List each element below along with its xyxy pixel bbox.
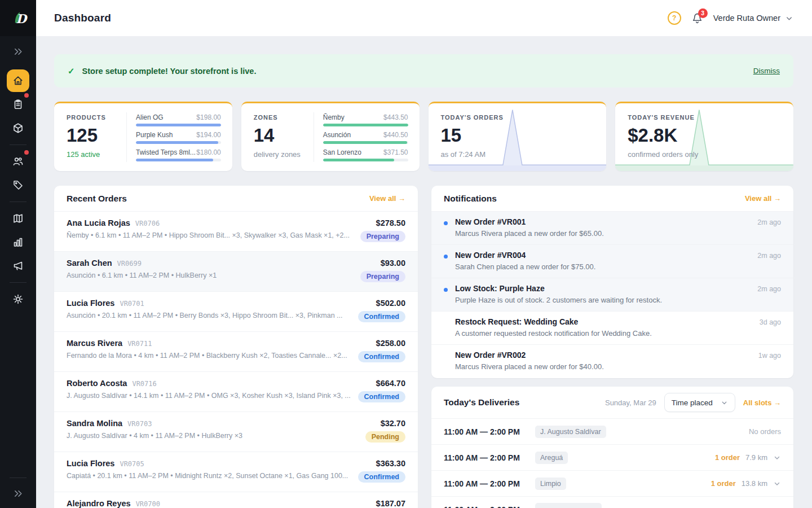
delivery-slot-row[interactable]: 11:00 AM — 2:00 PM [431,496,793,508]
sidebar-item-dashboard[interactable] [7,69,29,92]
unread-dot [444,221,448,225]
stat-label: PRODUCTS [67,114,126,121]
revenue-stat-card[interactable]: TODAY'S REVENUE $2.8K confirmed orders o… [615,102,793,171]
panel-title: Today's Deliveries [444,397,519,408]
notification-item[interactable]: Low Stock: Purple Haze2m agoPurple Haze … [431,278,793,312]
order-meta: Asunción • 6.1 km • 11 AM–2 PM • HulkBer… [67,271,360,279]
unread-dot [444,255,448,259]
notifications-bell[interactable]: 3 [691,12,703,24]
view-all-notifications-link[interactable]: View all → [745,194,781,203]
zone-revenue: $371.50 [383,148,408,156]
zone-name: San Lorenzo [323,148,361,156]
sidebar-item-promotions[interactable] [7,174,29,196]
status-badge: Confirmed [358,471,406,483]
status-badge: Pending [365,431,405,443]
panel-title: Notifications [444,194,497,204]
customer-name: Roberto Acosta [67,379,127,388]
stat-value: 125 [67,124,126,147]
orders-stat-card[interactable]: TODAY'S ORDERS 15 as of 7:24 AM [429,102,607,171]
stats-row: PRODUCTS 125 125 active Alien OG$198.00 [54,102,793,171]
sidebar-item-zones[interactable] [7,207,29,230]
delivery-slot-row[interactable]: 11:00 AM — 2:00 PM Areguá 1 order 7.9 km [431,444,793,470]
order-row[interactable]: Sarah ChenVR0699Asunción • 6.1 km • 11 A… [54,252,418,292]
right-column: Notifications View all → New Order #VR00… [431,186,793,508]
slot-distance: 7.9 km [745,453,767,462]
top-zones-list: Ñemby$443.50 Asunción$440.50 San Lorenzo… [314,103,420,171]
product-name: Twisted Terps 8ml... [136,148,196,156]
sidebar-item-settings[interactable] [7,288,29,310]
sidebar: D [0,0,36,508]
sidebar-expand-icon[interactable] [9,42,27,60]
view-all-orders-link[interactable]: View all → [369,194,405,203]
order-row[interactable]: Ana Lucia RojasVR0706Ñemby • 6.1 km • 11… [54,212,418,252]
order-row[interactable]: Alejandro ReyesVR0700 $187.07 [54,492,418,508]
notification-description: Marcus Rivera placed a new order for $65… [455,229,781,238]
customer-name: Lucia Flores [67,459,114,468]
topbar-right: ? 3 Verde Ruta Owner [668,11,793,25]
notification-description: Purple Haze is out of stock. 2 customers… [455,296,781,304]
user-name: Verde Ruta Owner [713,14,780,23]
zones-stat-card[interactable]: ZONES 14 delivery zones Ñemby$443.50 As [241,102,420,171]
expand-icon [13,488,24,499]
stat-sub: confirmed orders only [628,150,793,159]
panel-title: Recent Orders [67,194,127,204]
order-amount: $363.30 [376,459,405,468]
order-row[interactable]: Lucia FloresVR0701Asunción • 20.1 km • 1… [54,292,418,332]
stat-label: ZONES [254,114,314,121]
sidebar-item-marketing[interactable] [7,255,29,277]
chevron-down-icon[interactable] [773,480,781,488]
status-badge: Preparing [360,231,405,242]
sidebar-collapse-toggle[interactable] [9,484,27,502]
progress-bar [323,124,408,126]
notification-item[interactable]: New Order #VR0021w agoMarcus Rivera plac… [431,345,793,378]
slot-orders: No orders [749,427,781,436]
product-price: $194.00 [196,131,220,139]
notification-description: Sarah Chen placed a new order for $75.00… [455,262,781,271]
help-icon[interactable]: ? [668,11,681,25]
customer-name: Sandra Molina [67,419,122,428]
order-amount: $502.00 [376,299,405,308]
sidebar-item-products[interactable] [7,117,29,139]
brand-logo[interactable]: D [0,0,36,36]
notification-time: 2m ago [757,218,781,226]
notification-item[interactable]: Restock Request: Wedding Cake3d agoA cus… [431,312,793,345]
chevron-down-icon[interactable] [773,454,781,462]
order-id: VR0699 [117,260,142,268]
user-menu[interactable]: Verde Ruta Owner [713,14,793,23]
notification-description: A customer requested restock notificatio… [455,329,781,338]
customers-alert-dot [24,150,29,155]
notification-item[interactable]: New Order #VR0042m agoSarah Chen placed … [431,245,793,278]
delivery-slot-row[interactable]: 11:00 AM — 2:00 PM J. Augusto Saldívar N… [431,418,793,444]
sort-dropdown[interactable]: Time placed [664,393,735,412]
sidebar-bottom [9,474,27,508]
app-root: D [0,0,812,508]
sidebar-divider [10,144,27,145]
cube-products-icon [12,122,24,134]
product-price: $198.00 [196,113,220,121]
notification-item[interactable]: New Order #VR0012m agoMarcus Rivera plac… [431,212,793,245]
order-row[interactable]: Roberto AcostaVR0716J. Augusto Saldívar … [54,372,418,412]
order-amount: $32.70 [381,419,405,428]
customer-name: Ana Lucia Rojas [67,218,130,227]
order-row[interactable]: Lucia FloresVR0705Capiatá • 20.1 km • 11… [54,452,418,492]
order-meta: Capiatá • 20.1 km • 11 AM–2 PM • Midnigh… [67,472,358,480]
sidebar-item-analytics[interactable] [7,231,29,253]
order-meta: Ñemby • 6.1 km • 11 AM–2 PM • Hippo Shro… [67,231,360,239]
deliveries-date: Sunday, Mar 29 [605,398,656,407]
svg-text:D: D [16,12,28,26]
order-row[interactable]: Sandra MolinaVR0703J. Augusto Saldívar •… [54,412,418,452]
all-slots-link[interactable]: All slots → [743,398,781,407]
products-stat-card[interactable]: PRODUCTS 125 125 active Alien OG$198.00 [54,102,232,171]
sidebar-item-customers[interactable] [7,150,29,173]
stat-sub: as of 7:24 AM [441,150,607,159]
unread-dot [444,288,448,292]
order-row[interactable]: Marcus RiveraVR0711Fernando de la Mora •… [54,332,418,372]
sidebar-item-orders[interactable] [7,93,29,116]
panel-header: Today's Deliveries Sunday, Mar 29 Time p… [431,387,793,418]
delivery-slot-row[interactable]: 11:00 AM — 2:00 PM Limpio 1 order 13.8 k… [431,470,793,496]
logo-icon: D [8,8,28,28]
dismiss-link[interactable]: Dismiss [753,67,780,75]
slot-time: 11:00 AM — 2:00 PM [444,479,528,488]
order-meta: Fernando de la Mora • 4 km • 11 AM–2 PM … [67,352,358,360]
recent-orders-panel: Recent Orders View all → Ana Lucia Rojas… [54,186,418,508]
